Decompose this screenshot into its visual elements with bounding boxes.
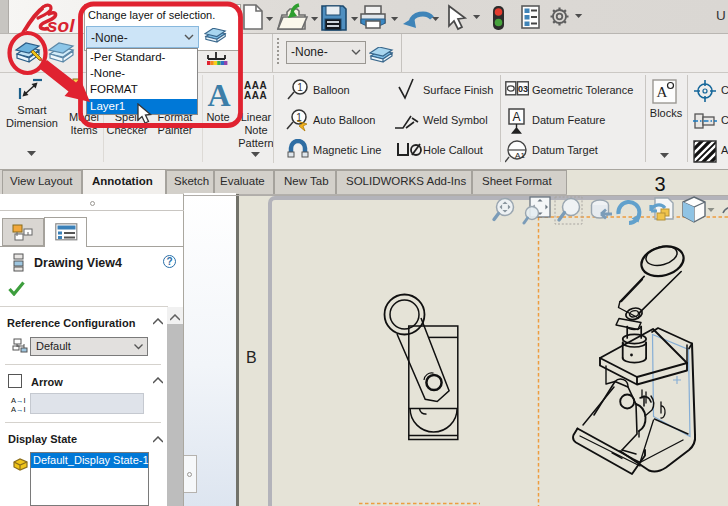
svg-text:03: 03: [518, 84, 528, 94]
svg-text:A: A: [657, 84, 668, 100]
svg-text:A1: A1: [515, 151, 525, 160]
svg-text:A: A: [512, 110, 520, 124]
svg-text:1: 1: [297, 82, 303, 93]
